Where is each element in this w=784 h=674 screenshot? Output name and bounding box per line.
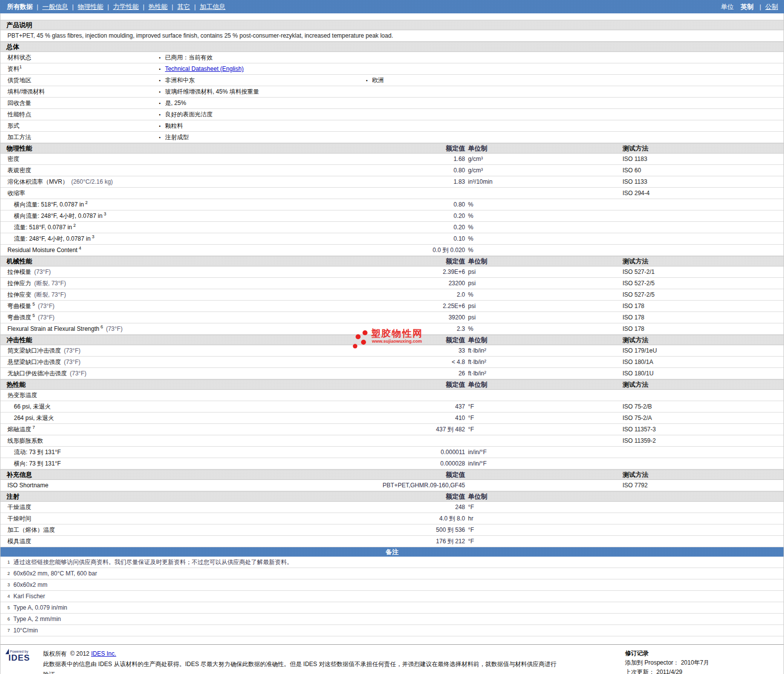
row-test-method: ISO 527-2/5 bbox=[623, 291, 784, 298]
table-row: 密度1.68g/cm³ISO 1183 bbox=[0, 154, 784, 165]
row-label: 表观密度 bbox=[0, 166, 317, 175]
table-row: 66 psi, 未退火437°FISO 75-2/B bbox=[0, 401, 784, 413]
table-row: 材料状态•已商用：当前有效 bbox=[0, 52, 784, 63]
row-test-method: ISO 11359-2 bbox=[623, 437, 784, 444]
unit-option[interactable]: 公制 bbox=[765, 3, 778, 10]
row-value: 0.10 bbox=[317, 235, 465, 242]
row-label: Flexural Strain at Flexural Strength 6(7… bbox=[0, 325, 317, 332]
row-label: 流量: 248°F, 4小时, 0.0787 in 3 bbox=[0, 235, 317, 243]
row-label-text: 回收含量 bbox=[7, 100, 31, 106]
notes-rows: 1通过这些链接您能够访问供应商资料。我们尽量保证及时更新资料；不过您可以从供应商… bbox=[0, 557, 784, 636]
col-header-unit: 单位制 bbox=[465, 257, 623, 266]
table-row: 无缺口伊佐德冲击强度(73°F)26ft·lb/in²ISO 180/1U bbox=[0, 368, 784, 379]
row-condition: (断裂, 73°F) bbox=[34, 280, 66, 287]
row-label-text: 加工方法 bbox=[7, 134, 31, 141]
table-row: 性能特点•良好的表面光洁度 bbox=[0, 109, 784, 120]
row-label: 溶化体积流率（MVR）(260°C/2.16 kg) bbox=[0, 178, 317, 186]
row-unit: psi bbox=[465, 303, 623, 310]
revision-block: 修订记录 添加到 Prospector： 2010年7月上次更新： 2011/4… bbox=[625, 649, 709, 674]
bullet-icon: • bbox=[159, 101, 160, 106]
row-bullet-cell: •良好的表面光洁度 bbox=[159, 110, 366, 119]
nav-item[interactable]: 热性能 bbox=[149, 3, 168, 10]
row-condition: (260°C/2.16 kg) bbox=[71, 178, 113, 185]
nav-item[interactable]: 加工信息 bbox=[200, 3, 225, 10]
table-row: 流量: 248°F, 4小时, 0.0787 in 30.10% bbox=[0, 233, 784, 245]
col-header-unit: 单位制 bbox=[465, 492, 623, 501]
row-condition: (73°F) bbox=[70, 370, 86, 377]
nav-item[interactable]: 一般信息 bbox=[42, 3, 68, 10]
row-value: 26 bbox=[317, 370, 465, 377]
row-test-method: ISO 178 bbox=[623, 325, 784, 332]
nav-item[interactable]: 物理性能 bbox=[78, 3, 104, 10]
row-label: 简支梁缺口冲击强度(73°F) bbox=[0, 347, 317, 355]
table-row: 拉伸模量(73°F)2.39E+6psiISO 527-2/1 bbox=[0, 266, 784, 278]
row-label-text: 悬壁梁缺口冲击强度 bbox=[7, 359, 61, 365]
table-row: 形式•颗粒料 bbox=[0, 120, 784, 132]
row-label-text: 表观密度 bbox=[7, 167, 31, 174]
nav-item[interactable]: 其它 bbox=[177, 3, 190, 10]
footnote-ref: 3 bbox=[91, 235, 95, 239]
section-title: 补充信息 bbox=[0, 470, 317, 479]
row-label-text: 66 psi, 未退火 bbox=[14, 403, 51, 410]
row-label-text: 填料/增强材料 bbox=[7, 88, 45, 95]
row-label: 线形膨胀系数 bbox=[0, 437, 317, 445]
bullet-icon: • bbox=[159, 124, 160, 129]
datasheet-link[interactable]: Technical Datasheet (English) bbox=[165, 65, 244, 72]
row-label-text: 简支梁缺口冲击强度 bbox=[7, 347, 61, 354]
row-label-text: 流量: 518°F, 0.0787 in bbox=[14, 224, 72, 231]
row-unit: in/in/°F bbox=[465, 449, 623, 456]
row-value: 2.0 bbox=[317, 291, 465, 298]
row-condition: (73°F) bbox=[106, 325, 122, 332]
nav-separator: | bbox=[107, 3, 109, 10]
row-label-text: 横向流量: 518°F, 0.0787 in bbox=[14, 201, 84, 208]
revision-row: 添加到 Prospector： 2010年7月 bbox=[625, 658, 709, 668]
row-label: 66 psi, 未退火 bbox=[0, 403, 317, 411]
row-label: 弯曲模量 5(73°F) bbox=[0, 302, 317, 311]
row-condition: (73°F) bbox=[34, 268, 51, 275]
note-row: 5Type A, 0.079 in/min bbox=[0, 602, 784, 614]
row-value: < 4.8 bbox=[317, 359, 465, 365]
row-label: 拉伸应变(断裂, 73°F) bbox=[0, 291, 317, 299]
row-label-text: 弯曲模量 bbox=[7, 303, 31, 310]
row-unit: psi bbox=[465, 314, 623, 321]
row-unit: g/cm³ bbox=[465, 167, 623, 174]
row-label: 横向流量: 248°F, 4小时, 0.0787 in 3 bbox=[0, 212, 317, 220]
table-row: 流动: 73 到 131°F0.000011in/in/°F bbox=[0, 447, 784, 458]
ides-inc-link[interactable]: IDES Inc. bbox=[91, 650, 116, 657]
nav-item[interactable]: 力学性能 bbox=[113, 3, 139, 10]
row-test-method: ISO 1183 bbox=[623, 156, 784, 162]
row-value: 2.39E+6 bbox=[317, 268, 465, 275]
table-row: ISO ShortnamePBT+PET,GHMR.09-160,GF45ISO… bbox=[0, 480, 784, 491]
table-row: 横向流量: 248°F, 4小时, 0.0787 in 30.20% bbox=[0, 210, 784, 222]
row-label: 悬壁梁缺口冲击强度(73°F) bbox=[0, 358, 317, 366]
row-label-text: 横向: 73 到 131°F bbox=[14, 460, 61, 467]
table-row: 干燥温度248°F bbox=[0, 502, 784, 513]
property-sections: 物理性能额定值单位制测试方法密度1.68g/cm³ISO 1183表观密度0.8… bbox=[0, 143, 784, 547]
table-row: 供货地区•非洲和中东•欧洲 bbox=[0, 75, 784, 86]
row-label: ISO Shortname bbox=[0, 482, 317, 489]
row-unit: % bbox=[465, 201, 623, 208]
ides-logo-text: IDES bbox=[5, 654, 34, 662]
notes-header: 备注 bbox=[0, 547, 784, 557]
table-row: 资料1•Technical Datasheet (English) bbox=[0, 63, 784, 75]
row-label: 形式 bbox=[0, 122, 159, 130]
table-row: 拉伸应力(断裂, 73°F)23200psiISO 527-2/5 bbox=[0, 278, 784, 289]
bullet-text: 欧洲 bbox=[372, 77, 384, 84]
table-row: 简支梁缺口冲击强度(73°F)33ft·lb/in²ISO 179/1eU bbox=[0, 345, 784, 357]
product-description: PBT+PET, 45 % glass fibres, injection mo… bbox=[0, 30, 784, 42]
row-unit: ft·lb/in² bbox=[465, 347, 623, 354]
bullet-text: 是, 25% bbox=[165, 100, 186, 106]
row-condition: (73°F) bbox=[64, 359, 80, 365]
row-test-method: ISO 294-4 bbox=[623, 190, 784, 197]
footnote-ref: 6 bbox=[99, 325, 103, 329]
top-nav: 所有数据|一般信息|物理性能|力学性能|热性能|其它|加工信息 单位 英制|公制 bbox=[0, 0, 784, 13]
footnote-ref: 4 bbox=[77, 247, 81, 251]
row-label-text: Flexural Strain at Flexural Strength bbox=[7, 325, 99, 332]
unit-options: 英制|公制 bbox=[739, 2, 778, 11]
row-value: 23200 bbox=[317, 280, 465, 287]
row-value: 0.0 到 0.020 bbox=[317, 246, 465, 255]
row-value: 0.20 bbox=[317, 212, 465, 219]
row-label: 弯曲强度 5(73°F) bbox=[0, 313, 317, 322]
section-header-2: 冲击性能额定值单位制测试方法塑胶物性网www.sujiaowuxing.com bbox=[0, 335, 784, 345]
note-text: 10°C/min bbox=[13, 627, 38, 634]
